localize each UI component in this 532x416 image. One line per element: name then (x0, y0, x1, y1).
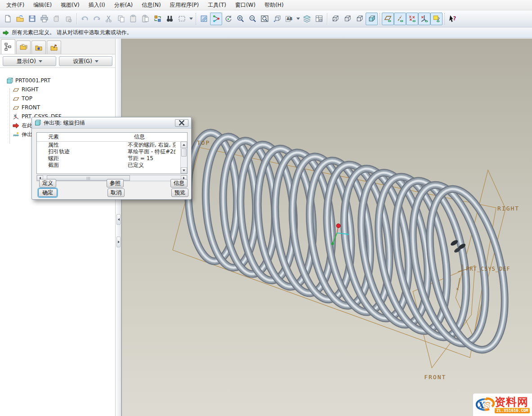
top-plane-label[interactable]: TOP (197, 139, 210, 146)
dialog-close-button[interactable] (175, 119, 188, 127)
csys-toggle-icon[interactable] (418, 13, 430, 25)
tree-item-front-plane[interactable]: FRONT (0, 103, 115, 112)
paste-icon[interactable] (127, 13, 139, 25)
cut-icon[interactable] (103, 13, 115, 25)
repaint-icon[interactable] (198, 13, 210, 25)
menu-window[interactable]: 窗口(W) (231, 0, 260, 10)
menu-help[interactable]: 帮助(H) (260, 0, 288, 10)
collapse-panel-icon[interactable] (116, 214, 121, 225)
open-file-icon[interactable] (14, 13, 26, 25)
datum-plane-icon (13, 95, 19, 102)
zoom-in-icon[interactable] (234, 13, 246, 25)
show-dropdown-button[interactable]: 显示(O) (3, 56, 56, 66)
close-icon (179, 120, 185, 126)
scroll-up-icon[interactable] (181, 142, 187, 148)
context-help-icon[interactable]: ? (447, 13, 459, 25)
menu-applications[interactable]: 应用程序(P) (165, 0, 204, 10)
tree-toolbar: 显示(O) 设置(G) (0, 54, 115, 69)
define-button[interactable]: 定义 (39, 179, 56, 188)
new-file-icon[interactable] (2, 13, 14, 25)
table-row[interactable]: 扫引轨迹 草绘平面 - 特征#2的草绘 (37, 148, 187, 155)
annotation-toggle-icon[interactable] (430, 13, 443, 25)
wireframe-icon[interactable] (329, 13, 341, 25)
table-row[interactable]: 属性 不变的螺距, 右旋, 穿过轴 (37, 142, 187, 148)
menu-file[interactable]: 文件(F) (2, 0, 29, 10)
status-message: 所有元素已定义。 请从对话框中选取元素或动作。 (12, 29, 132, 36)
svg-text:?: ? (453, 15, 456, 22)
preview-button[interactable]: 预览 (171, 188, 188, 197)
info-button[interactable]: 信息 (170, 179, 188, 188)
view-manager-icon[interactable] (313, 13, 325, 25)
menu-view[interactable]: 视图(V) (56, 0, 84, 10)
vertical-scroll-thumb[interactable] (181, 148, 187, 157)
folders-icon (19, 43, 28, 52)
spin-center-icon[interactable] (222, 13, 234, 25)
refs-button[interactable]: 参照 (107, 179, 124, 188)
hidden-line-icon[interactable] (341, 13, 353, 25)
csys-label[interactable]: PRT_CSYS_DEF (466, 266, 510, 272)
folder-star-icon (34, 43, 43, 52)
table-row[interactable]: 截面 已定义 (37, 162, 187, 169)
annotation-dropdown-icon[interactable] (295, 13, 301, 25)
tab-folder-browser[interactable] (16, 40, 31, 54)
find-icon[interactable] (164, 13, 176, 25)
copy-icon[interactable] (115, 13, 127, 25)
expand-panel-icon[interactable] (116, 237, 121, 247)
feature-icon (35, 120, 41, 126)
refit-icon[interactable] (259, 13, 271, 25)
save-icon[interactable] (26, 13, 38, 25)
3d-scene[interactable]: TOP RIGHT FRONT PRT_CSYS_DEF (122, 39, 532, 416)
tab-favorites[interactable] (31, 40, 46, 54)
model-tree-icon (4, 42, 13, 51)
right-plane-label[interactable]: RIGHT (497, 205, 519, 212)
zoom-out-icon[interactable] (246, 13, 259, 25)
erase-icon[interactable] (50, 13, 63, 25)
tab-model-tree[interactable] (1, 39, 15, 54)
tree-item-root[interactable]: PRT0001.PRT (0, 76, 115, 85)
element-table: 元素 信息 属性 不变的螺距, 右旋, 穿过轴 扫引轨迹 草绘平面 - 特征#2… (36, 132, 188, 174)
vertical-scrollbar[interactable] (180, 142, 187, 174)
datum-point-toggle-icon[interactable] (406, 13, 418, 25)
panel-sash[interactable] (116, 39, 121, 416)
table-row[interactable]: 螺距 节距 = 15 (37, 155, 187, 162)
panel-tabs (0, 39, 115, 54)
menu-edit[interactable]: 编辑(E) (29, 0, 56, 10)
cancel-button[interactable]: 取消 (107, 188, 125, 197)
watermark-site-name: 资料网 (495, 397, 528, 407)
menu-tools[interactable]: 工具(T) (203, 0, 231, 10)
column-element: 元素 (37, 133, 128, 141)
tree-item-right-plane[interactable]: RIGHT (0, 85, 115, 94)
no-hidden-icon[interactable] (353, 13, 366, 25)
menu-info[interactable]: 信息(N) (137, 0, 165, 10)
graphics-area[interactable]: TOP RIGHT FRONT PRT_CSYS_DEF X (121, 39, 532, 416)
ok-button[interactable]: 确定 (38, 188, 57, 197)
tree-item-top-plane[interactable]: TOP (0, 94, 115, 103)
annotation-display-icon[interactable]: AB (283, 13, 295, 25)
view-orient-icon[interactable] (271, 13, 283, 25)
scroll-down-icon[interactable] (181, 167, 187, 174)
layers-icon[interactable] (301, 13, 313, 25)
front-plane-label[interactable]: FRONT (424, 374, 446, 380)
settings-dropdown-button[interactable]: 设置(G) (59, 56, 112, 66)
purge-icon[interactable] (63, 13, 75, 25)
dialog-title-bar[interactable]: 伸出项: 螺旋扫描 (32, 117, 191, 129)
menu-insert[interactable]: 插入(I) (84, 0, 110, 10)
paste-special-icon[interactable] (139, 13, 152, 25)
menu-bar: 文件(F) 编辑(E) 视图(V) 插入(I) 分析(A) 信息(N) 应用程序… (0, 0, 532, 10)
undo-icon[interactable] (79, 13, 91, 25)
smart-select-icon[interactable] (210, 13, 222, 25)
select-area-icon[interactable] (176, 13, 188, 25)
toolbar-separator (76, 13, 77, 25)
datum-plane-toggle-icon[interactable] (382, 13, 394, 25)
tab-connections[interactable] (47, 40, 61, 54)
datum-axis-toggle-icon[interactable] (394, 13, 406, 25)
menu-analysis[interactable]: 分析(A) (110, 0, 138, 10)
print-icon[interactable] (38, 13, 50, 25)
redo-icon[interactable] (91, 13, 103, 25)
spring-coils[interactable] (186, 132, 518, 357)
shaded-icon[interactable] (366, 13, 378, 25)
regenerate-icon[interactable] (152, 13, 164, 25)
select-area-dropdown-icon[interactable] (188, 13, 194, 25)
application-window: 文件(F) 编辑(E) 视图(V) 插入(I) 分析(A) 信息(N) 应用程序… (0, 0, 532, 416)
toolbar-separator (196, 13, 196, 25)
